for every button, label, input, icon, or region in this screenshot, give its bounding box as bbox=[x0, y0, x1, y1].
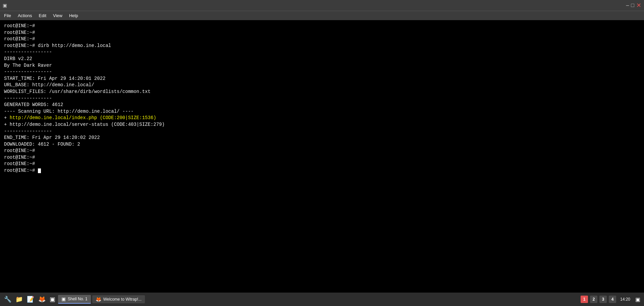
terminal-line: root@INE:~# bbox=[4, 167, 640, 174]
menu-help[interactable]: Help bbox=[66, 12, 81, 19]
terminal-line: + http://demo.ine.local/server-status (C… bbox=[4, 121, 640, 128]
terminal-line: DIRB v2.22 bbox=[4, 56, 640, 62]
workspace-2[interactable]: 2 bbox=[590, 296, 597, 303]
minimize-icon[interactable]: – bbox=[626, 3, 629, 8]
terminal-line: START_TIME: Fri Apr 29 14:20:01 2022 bbox=[4, 75, 640, 82]
terminal-line: + http://demo.ine.local/index.php (CODE:… bbox=[4, 115, 640, 121]
terminal-line: DOWNLOADED: 4612 - FOUND: 2 bbox=[4, 141, 640, 148]
terminal-line: root@INE:~# dirb http://demo.ine.local bbox=[4, 43, 640, 49]
witrap-app-icon: 🦊 bbox=[96, 297, 101, 302]
taskbar-app-witrap[interactable]: 🦊 Welcome to Witrap!... bbox=[92, 295, 145, 303]
close-icon[interactable]: ✕ bbox=[636, 2, 641, 8]
terminal-line: GENERATED WORDS: 4612 bbox=[4, 102, 640, 108]
maximize-icon[interactable]: □ bbox=[631, 3, 634, 8]
terminal-line: WORDLIST_FILES: /usr/share/dirb/wordlist… bbox=[4, 89, 640, 95]
terminal-line: ----------------- bbox=[4, 95, 640, 102]
terminal-line: root@INE:~# bbox=[4, 23, 640, 30]
terminal-line: By The Dark Raver bbox=[4, 62, 640, 69]
terminal-line: ----------------- bbox=[4, 49, 640, 56]
taskbar: 🔧 📁 📝 🦊 ▣ ▣ Shell No. 1 🦊 Welcome to Wit… bbox=[0, 293, 644, 306]
terminal-line: URL_BASE: http://demo.ine.local/ bbox=[4, 82, 640, 89]
menu-actions[interactable]: Actions bbox=[15, 12, 35, 19]
taskbar-browser-icon[interactable]: 🦊 bbox=[37, 295, 47, 304]
terminal-line: root@INE:~# bbox=[4, 154, 640, 161]
shell-app-label: Shell No. 1 bbox=[68, 297, 88, 301]
menu-edit[interactable]: Edit bbox=[36, 12, 49, 19]
shell-app-icon: ▣ bbox=[61, 296, 66, 302]
menu-file[interactable]: File bbox=[1, 12, 14, 19]
taskbar-edit-icon[interactable]: 📝 bbox=[25, 295, 36, 304]
workspace-3[interactable]: 3 bbox=[599, 296, 607, 303]
workspace-1[interactable]: 1 bbox=[581, 296, 588, 303]
terminal-line: ----------------- bbox=[4, 69, 640, 75]
terminal-line: END_TIME: Fri Apr 29 14:20:02 2022 bbox=[4, 135, 640, 141]
terminal-line: root@INE:~# bbox=[4, 36, 640, 43]
terminal-output[interactable]: root@INE:~#root@INE:~#root@INE:~#root@IN… bbox=[0, 20, 644, 293]
workspace-4[interactable]: 4 bbox=[609, 296, 616, 303]
taskbar-app-shell[interactable]: ▣ Shell No. 1 bbox=[58, 295, 91, 304]
menubar: File Actions Edit View Help bbox=[0, 11, 644, 20]
titlebar: ▣ – □ ✕ bbox=[0, 0, 644, 11]
taskbar-end-icon[interactable]: ▣ bbox=[634, 296, 641, 303]
taskbar-terminal-icon[interactable]: ▣ bbox=[48, 295, 57, 304]
terminal-line: root@INE:~# bbox=[4, 30, 640, 36]
terminal-line: root@INE:~# bbox=[4, 148, 640, 154]
window-controls: – □ ✕ bbox=[626, 2, 641, 8]
terminal-line: ----------------- bbox=[4, 128, 640, 135]
taskbar-right: 1 2 3 4 14:20 ▣ bbox=[581, 296, 641, 303]
terminal-line: root@INE:~# bbox=[4, 161, 640, 167]
terminal-line: ---- Scanning URL: http://demo.ine.local… bbox=[4, 108, 640, 115]
terminal-cursor bbox=[38, 168, 41, 173]
taskbar-tool-icon[interactable]: 🔧 bbox=[3, 295, 13, 304]
taskbar-folder-icon[interactable]: 📁 bbox=[14, 295, 24, 304]
taskbar-time: 14:20 bbox=[618, 297, 632, 302]
witrap-app-label: Welcome to Witrap!... bbox=[103, 297, 142, 302]
menu-view[interactable]: View bbox=[50, 12, 65, 19]
terminal-icon: ▣ bbox=[3, 3, 7, 8]
